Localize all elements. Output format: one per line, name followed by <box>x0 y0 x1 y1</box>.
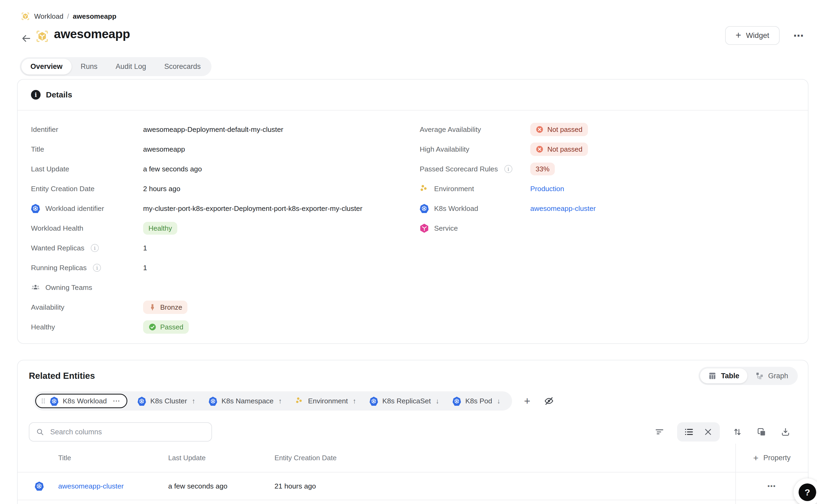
k8s-icon <box>35 482 44 491</box>
cell-last-update: a few seconds ago <box>168 482 274 490</box>
check-icon <box>148 323 156 331</box>
filter-icon <box>654 427 665 437</box>
workload-detail-page: Workload / awesomeapp awesomeapp + Widge… <box>0 0 817 504</box>
field-value: 2 hours ago <box>143 185 180 193</box>
download-button[interactable] <box>779 426 792 438</box>
clear-grouping-button[interactable] <box>702 426 714 438</box>
plus-icon: + <box>753 453 759 462</box>
question-mark-icon: ? <box>799 483 816 501</box>
arrow-down-icon: ↓ <box>436 397 439 405</box>
service-icon <box>420 224 429 233</box>
field-label: Running Replicasi <box>31 264 143 272</box>
detail-field: Average AvailabilityNot passed <box>413 120 809 139</box>
field-label: Service <box>420 224 530 233</box>
field-label: K8s Workload <box>420 204 530 213</box>
field-label: Last Update <box>31 165 143 173</box>
page-more-button[interactable]: ⋯ <box>790 29 807 42</box>
entity-link[interactable]: awesomeapp-cluster <box>58 482 124 490</box>
breadcrumb-separator: / <box>67 12 69 21</box>
field-label: Wanted Replicasi <box>31 244 143 252</box>
relation-chip-k8s-workload[interactable]: K8s Workload⋯ <box>35 394 127 408</box>
related-entities-card: Related Entities TableGraph K8s Workload… <box>17 360 808 504</box>
add-widget-button[interactable]: + Widget <box>725 26 780 45</box>
eye-off-icon <box>544 396 554 406</box>
k8s-icon <box>50 397 58 405</box>
table-tools-row <box>29 422 792 442</box>
arrow-down-icon: ↓ <box>497 397 500 405</box>
detail-field: AvailabilityBronze <box>18 297 413 317</box>
column-header-title[interactable]: Title <box>58 454 168 462</box>
info-icon[interactable]: i <box>504 165 512 173</box>
relation-chip-k8s-cluster[interactable]: K8s Cluster↑ <box>134 395 198 407</box>
column-header-entity-creation-date[interactable]: Entity Creation Date <box>274 454 735 462</box>
detail-field: Entity Creation Date2 hours ago <box>18 179 413 199</box>
workload-entity-icon <box>35 29 49 43</box>
relation-chip-k8s-replicaset[interactable]: K8s ReplicaSet↓ <box>366 395 442 407</box>
plus-icon: + <box>736 30 741 40</box>
detail-field: Wanted Replicasi1 <box>18 238 413 258</box>
k8s-icon <box>420 204 429 213</box>
add-property-label: Property <box>763 454 791 462</box>
graph-icon <box>755 372 764 380</box>
details-title: Details <box>46 90 72 99</box>
field-link[interactable]: Production <box>530 185 564 193</box>
relation-chip-environment[interactable]: Environment↑ <box>292 395 359 407</box>
filter-button[interactable] <box>653 426 666 438</box>
field-label: Identifier <box>31 125 143 134</box>
copy-button[interactable] <box>755 426 768 438</box>
detail-field: Owning Teams <box>18 278 413 297</box>
cell-entity-creation-date: 21 hours ago <box>274 482 735 490</box>
field-link[interactable]: awesomeapp-cluster <box>530 204 596 213</box>
table-icon <box>708 372 717 380</box>
list-view-button[interactable] <box>682 426 695 438</box>
detail-field: Workload identifiermy-cluster-port-k8s-e… <box>18 199 413 218</box>
workload-blueprint-icon <box>21 12 30 21</box>
tab-runs[interactable]: Runs <box>72 59 107 74</box>
info-icon[interactable]: i <box>93 264 101 272</box>
search-columns-input[interactable] <box>49 427 205 437</box>
breadcrumb-root[interactable]: Workload <box>34 12 63 21</box>
k8s-icon <box>453 397 461 405</box>
add-relation-button[interactable]: + <box>521 395 533 407</box>
arrow-up-icon: ↑ <box>192 397 195 405</box>
row-more-button[interactable]: ⋯ <box>767 482 777 490</box>
xcircle-icon <box>536 145 544 153</box>
back-button[interactable] <box>20 33 32 44</box>
detail-field: High AvailabilityNot passed <box>413 139 809 159</box>
table-row: awesomeapp-clustera few seconds ago21 ho… <box>18 473 735 500</box>
field-label: Environment <box>420 184 530 193</box>
hide-columns-button[interactable] <box>543 395 555 407</box>
close-icon <box>703 427 713 437</box>
field-label: Entity Creation Date <box>31 185 143 193</box>
drag-handle-icon[interactable] <box>40 397 47 405</box>
tab-overview[interactable]: Overview <box>21 59 72 74</box>
field-value: my-cluster-port-k8s-exporter-Deployment-… <box>143 204 362 213</box>
tab-scorecards[interactable]: Scorecards <box>155 59 210 74</box>
details-right-column: Average AvailabilityNot passedHigh Avail… <box>413 120 809 337</box>
environment-icon <box>420 184 429 193</box>
view-toggle-graph[interactable]: Graph <box>747 368 796 383</box>
field-value: 1 <box>143 264 147 272</box>
details-card-header: i Details <box>18 80 808 111</box>
table-graph-toggle: TableGraph <box>698 367 798 385</box>
view-toggle-table[interactable]: Table <box>700 368 747 383</box>
page-title: awesomeapp <box>54 27 130 41</box>
column-header-last-update[interactable]: Last Update <box>168 454 274 462</box>
sort-button[interactable] <box>731 426 744 438</box>
related-entities-title: Related Entities <box>29 371 95 381</box>
k8s-icon <box>31 204 40 213</box>
arrow-up-icon: ↑ <box>278 397 282 405</box>
search-columns-box <box>29 422 212 442</box>
relation-chip-k8s-namespace[interactable]: K8s Namespace↑ <box>206 395 285 407</box>
medal-icon <box>148 303 156 311</box>
relation-chips: K8s Workload⋯K8s Cluster↑K8s Namespace↑E… <box>34 391 512 411</box>
xcircle-icon <box>536 125 544 133</box>
info-icon[interactable]: i <box>91 244 99 252</box>
details-left-column: Identifierawesomeapp-Deployment-default-… <box>18 120 413 337</box>
chip-menu-icon[interactable]: ⋯ <box>113 397 121 405</box>
field-label: Workload identifier <box>31 204 143 213</box>
add-property-button[interactable]: + Property <box>736 444 808 473</box>
breadcrumb: Workload / awesomeapp <box>21 12 116 21</box>
relation-chip-k8s-pod[interactable]: K8s Pod↓ <box>449 395 504 407</box>
tab-audit-log[interactable]: Audit Log <box>107 59 155 74</box>
